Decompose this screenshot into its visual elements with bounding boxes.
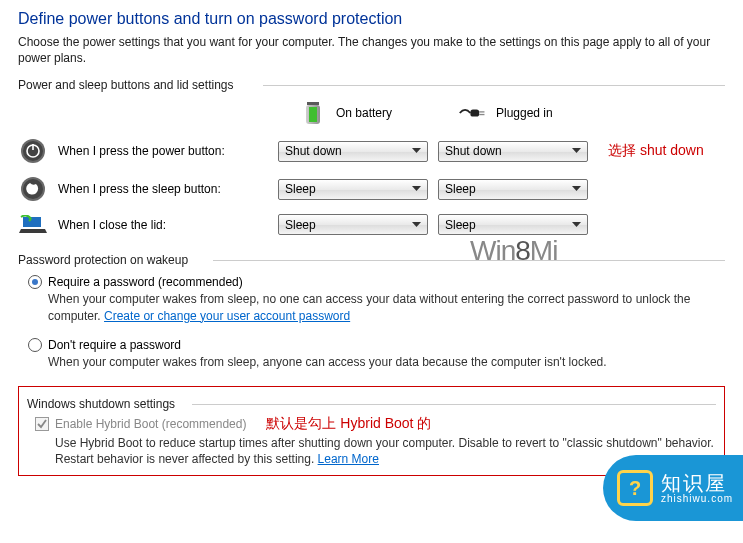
lid-icon [18, 215, 48, 235]
site-badge: ? 知识屋 zhishiwu.com [603, 455, 743, 521]
badge-url: zhishiwu.com [661, 493, 733, 504]
power-battery-combo[interactable]: Shut down [278, 141, 428, 162]
combo-value: Sleep [445, 218, 476, 232]
column-header-battery: On battery [298, 100, 458, 126]
chevron-down-icon [568, 182, 585, 197]
power-plugged-combo[interactable]: Shut down [438, 141, 588, 162]
chevron-down-icon [408, 217, 425, 232]
combo-value: Sleep [285, 218, 316, 232]
svg-rect-5 [479, 114, 484, 115]
svg-rect-9 [32, 144, 34, 150]
power-button-label: When I press the power button: [58, 144, 268, 158]
chevron-down-icon [568, 144, 585, 159]
battery-icon [298, 100, 328, 126]
chevron-down-icon [408, 182, 425, 197]
sleep-plugged-combo[interactable]: Sleep [438, 179, 588, 200]
badge-title: 知识屋 [661, 473, 733, 493]
combo-value: Shut down [285, 144, 342, 158]
lid-battery-combo[interactable]: Sleep [278, 214, 428, 235]
require-password-radio[interactable] [28, 275, 42, 289]
power-button-icon [18, 138, 48, 164]
chevron-down-icon [408, 144, 425, 159]
require-password-label: Require a password (recommended) [48, 275, 243, 289]
page-subtitle: Choose the power settings that you want … [18, 34, 725, 66]
column-header-plugged: Plugged in [458, 104, 618, 122]
chevron-down-icon [568, 217, 585, 232]
combo-value: Sleep [445, 182, 476, 196]
sleep-button-label: When I press the sleep button: [58, 182, 268, 196]
group-password-protection: Password protection on wakeup [18, 253, 725, 267]
logo-icon: ? [617, 470, 653, 506]
sleep-button-icon [18, 176, 48, 202]
svg-rect-3 [470, 110, 479, 117]
column-label: Plugged in [496, 106, 553, 120]
group-shutdown-settings: Windows shutdown settings [27, 397, 716, 411]
annotation-shutdown: 选择 shut down [608, 142, 704, 160]
page-title: Define power buttons and turn on passwor… [18, 10, 725, 28]
plug-icon [458, 104, 488, 122]
combo-value: Sleep [285, 182, 316, 196]
svg-rect-2 [309, 107, 317, 122]
svg-rect-0 [307, 102, 319, 105]
annotation-hybrid: 默认是勾上 Hybrid Boot 的 [266, 415, 431, 433]
dont-require-password-label: Don't require a password [48, 338, 181, 352]
create-account-password-link[interactable]: Create or change your user account passw… [104, 309, 350, 323]
require-password-desc: When your computer wakes from sleep, no … [48, 291, 725, 323]
lid-label: When I close the lid: [58, 218, 268, 232]
hybrid-boot-checkbox[interactable] [35, 417, 49, 431]
learn-more-link[interactable]: Learn More [318, 452, 379, 466]
column-label: On battery [336, 106, 392, 120]
dont-require-password-radio[interactable] [28, 338, 42, 352]
combo-value: Shut down [445, 144, 502, 158]
group-power-sleep-lid: Power and sleep buttons and lid settings [18, 78, 725, 92]
hybrid-boot-label: Enable Hybrid Boot (recommended) [55, 417, 246, 431]
svg-rect-4 [479, 112, 484, 113]
lid-plugged-combo[interactable]: Sleep [438, 214, 588, 235]
sleep-battery-combo[interactable]: Sleep [278, 179, 428, 200]
dont-require-password-desc: When your computer wakes from sleep, any… [48, 354, 725, 370]
